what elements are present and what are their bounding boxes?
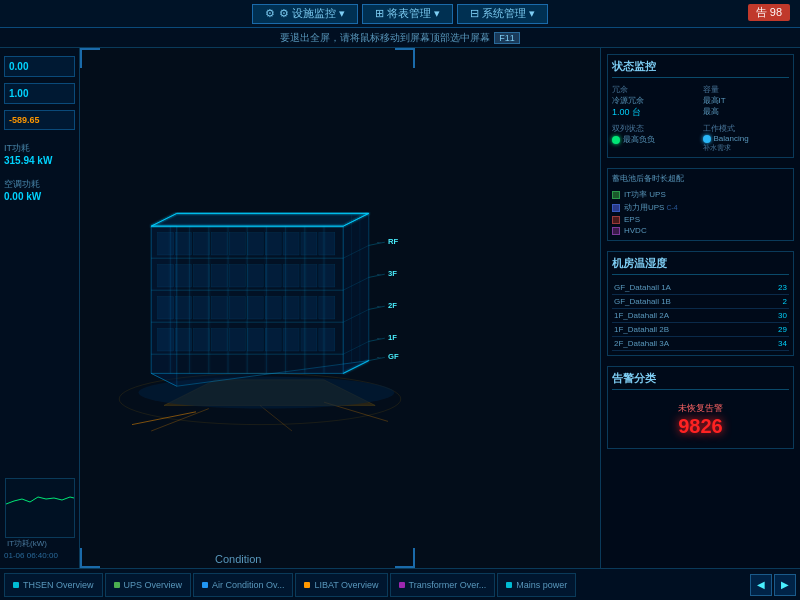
svg-rect-36 bbox=[247, 233, 263, 255]
svg-text:GF: GF bbox=[388, 352, 399, 361]
tab-dot-mains bbox=[506, 582, 512, 588]
battery-item-1: IT功率 UPS bbox=[612, 188, 789, 201]
svg-rect-32 bbox=[176, 233, 192, 255]
corner-br-deco bbox=[395, 548, 415, 568]
svg-rect-64 bbox=[211, 329, 227, 351]
room-temp-section: 机房温湿度 GF_Datahall 1A 23 GF_Datahall 1B 2… bbox=[607, 251, 794, 356]
svg-rect-54 bbox=[211, 297, 227, 319]
svg-rect-70 bbox=[319, 329, 335, 351]
svg-rect-50 bbox=[319, 265, 335, 287]
metric-box-1: 0.00 bbox=[4, 56, 75, 77]
svg-rect-38 bbox=[283, 233, 299, 255]
svg-rect-40 bbox=[319, 233, 335, 255]
svg-rect-43 bbox=[193, 265, 209, 287]
dual-status-item: 双列状态 最高负负 bbox=[612, 123, 699, 153]
battery-icon-2 bbox=[612, 204, 620, 212]
svg-rect-60 bbox=[319, 297, 335, 319]
alert-section: 告警分类 未恢复告警 9826 bbox=[607, 366, 794, 449]
tab-libat[interactable]: LIBAT Overview bbox=[295, 573, 387, 597]
svg-rect-61 bbox=[158, 329, 174, 351]
status-dot-blue bbox=[703, 135, 711, 143]
svg-text:2F: 2F bbox=[388, 301, 397, 310]
tab-prev-btn[interactable]: ◀ bbox=[750, 574, 772, 596]
svg-line-4 bbox=[260, 405, 292, 431]
system-manage-btn[interactable]: ⊟ 系统管理 ▾ bbox=[457, 4, 548, 24]
building-3d-model[interactable]: RF 3F 2F 1F GF ··· ··· ··· ··· ··· bbox=[100, 58, 420, 548]
tab-dot-transformer bbox=[399, 582, 405, 588]
alert-content: 未恢复告警 9826 bbox=[612, 396, 789, 444]
capacity-col: 容量 最高IT 最高 bbox=[703, 84, 790, 119]
svg-marker-9 bbox=[343, 213, 369, 373]
svg-text:3F: 3F bbox=[388, 269, 397, 278]
svg-text:···: ··· bbox=[376, 335, 380, 341]
svg-text:···: ··· bbox=[376, 354, 380, 360]
redundancy-col: 冗余 冷源冗余 1.00 台 bbox=[612, 84, 699, 119]
svg-rect-34 bbox=[211, 233, 227, 255]
facility-icon: ⚙ bbox=[265, 7, 275, 20]
tab-ups[interactable]: UPS Overview bbox=[105, 573, 192, 597]
svg-rect-46 bbox=[247, 265, 263, 287]
battery-item-2: 动力用UPS C-4 bbox=[612, 201, 789, 214]
left-panel: 0.00 1.00 -589.65 IT功耗 315.94 kW 空调功耗 0.… bbox=[0, 48, 80, 568]
svg-rect-35 bbox=[229, 233, 245, 255]
facility-monitor-btn[interactable]: ⚙ ⚙ 设施监控 ▾ bbox=[252, 4, 358, 24]
tab-thsen[interactable]: THSEN Overview bbox=[4, 573, 103, 597]
svg-rect-67 bbox=[265, 329, 281, 351]
svg-rect-53 bbox=[193, 297, 209, 319]
temp-row-5: 2F_Datahall 3A 34 bbox=[612, 337, 789, 351]
status-grid: 冗余 冷源冗余 1.00 台 容量 最高IT 最高 双列状态 最高负负 bbox=[612, 84, 789, 153]
svg-rect-44 bbox=[211, 265, 227, 287]
tab-mains[interactable]: Mains power bbox=[497, 573, 576, 597]
svg-text:···: ··· bbox=[376, 271, 380, 277]
metric-box-2: 1.00 bbox=[4, 83, 75, 104]
it-power-section: IT功耗 315.94 kW bbox=[4, 142, 75, 166]
svg-text:1F: 1F bbox=[388, 333, 397, 342]
tab-dot-ups bbox=[114, 582, 120, 588]
battery-icon-3 bbox=[612, 216, 620, 224]
battery-section: 蓄电池后备时长超配 IT功率 UPS 动力用UPS C-4 EPS HV bbox=[607, 168, 794, 241]
svg-line-2 bbox=[132, 412, 196, 425]
tab-air[interactable]: Air Condition Ov... bbox=[193, 573, 293, 597]
chart-container: IT功耗(kW) 01-06 06:40:00 bbox=[4, 536, 75, 560]
status-monitor-section: 状态监控 冗余 冷源冗余 1.00 台 容量 最高IT 最高 双列状态 最高负负 bbox=[607, 54, 794, 158]
temp-row-4: 1F_Datahall 2B 29 bbox=[612, 323, 789, 337]
corner-tl-deco bbox=[80, 48, 100, 68]
svg-rect-37 bbox=[265, 233, 281, 255]
svg-rect-48 bbox=[283, 265, 299, 287]
status-dot-green bbox=[612, 136, 620, 144]
sparkline-chart bbox=[5, 478, 75, 538]
right-panel: 状态监控 冗余 冷源冗余 1.00 台 容量 最高IT 最高 双列状态 最高负负 bbox=[600, 48, 800, 568]
svg-rect-51 bbox=[158, 297, 174, 319]
tab-dot-air bbox=[202, 582, 208, 588]
svg-rect-56 bbox=[247, 297, 263, 319]
battery-item-3: EPS bbox=[612, 214, 789, 225]
svg-rect-55 bbox=[229, 297, 245, 319]
building-svg: RF 3F 2F 1F GF ··· ··· ··· ··· ··· bbox=[100, 58, 420, 548]
f11-badge: F11 bbox=[494, 32, 520, 44]
info-bar: 要退出全屏，请将鼠标移动到屏幕顶部选中屏幕 F11 bbox=[0, 28, 800, 48]
condition-label: Condition bbox=[215, 553, 261, 565]
alert-count-badge: 告 98 bbox=[748, 4, 790, 21]
svg-rect-58 bbox=[283, 297, 299, 319]
tab-next-btn[interactable]: ▶ bbox=[774, 574, 796, 596]
tab-dot-libat bbox=[304, 582, 310, 588]
table-manage-btn[interactable]: ⊞ 将表管理 ▾ bbox=[362, 4, 453, 24]
svg-rect-57 bbox=[265, 297, 281, 319]
svg-line-3 bbox=[151, 409, 209, 431]
battery-icon-4 bbox=[612, 227, 620, 235]
svg-rect-52 bbox=[176, 297, 192, 319]
svg-marker-7 bbox=[151, 213, 369, 226]
air-power-section: 空调功耗 0.00 kW bbox=[4, 178, 75, 202]
battery-list: IT功率 UPS 动力用UPS C-4 EPS HVDC bbox=[612, 188, 789, 236]
top-nav-bar: ⚙ ⚙ 设施监控 ▾ ⊞ 将表管理 ▾ ⊟ 系统管理 ▾ 告 98 bbox=[0, 0, 800, 28]
svg-text:RF: RF bbox=[388, 237, 399, 246]
main-content: 0.00 1.00 -589.65 IT功耗 315.94 kW 空调功耗 0.… bbox=[0, 48, 800, 568]
center-3d-area: RF 3F 2F 1F GF ··· ··· ··· ··· ··· bbox=[80, 48, 600, 568]
svg-rect-62 bbox=[176, 329, 192, 351]
svg-rect-68 bbox=[283, 329, 299, 351]
temp-row-3: 1F_Datahall 2A 30 bbox=[612, 309, 789, 323]
corner-bl-deco bbox=[80, 548, 100, 568]
svg-rect-39 bbox=[301, 233, 317, 255]
svg-rect-45 bbox=[229, 265, 245, 287]
tab-transformer[interactable]: Transformer Over... bbox=[390, 573, 496, 597]
